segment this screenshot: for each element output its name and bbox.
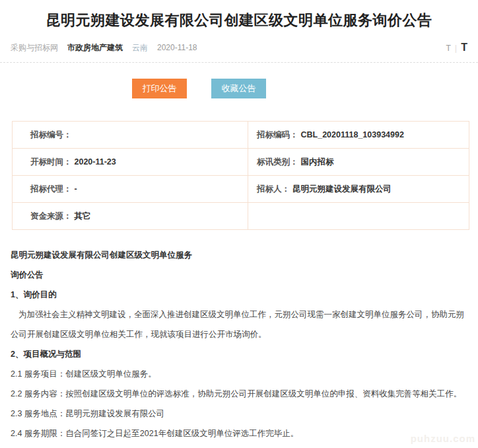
toolbar: 打印公告 收藏公告 bbox=[0, 79, 478, 98]
item-2-1: 2.1 服务项目：创建区级文明单位服务。 bbox=[11, 364, 467, 384]
cell-label: 招标编号： bbox=[30, 130, 72, 139]
cell-value: - bbox=[75, 184, 77, 194]
meta-source-link[interactable]: 采购与招标网 bbox=[11, 42, 58, 54]
cell-empty bbox=[248, 203, 469, 230]
cell-bidder: 招标人：昆明元朔建设发展有限公司 bbox=[248, 176, 469, 203]
font-controls-divider: | bbox=[455, 43, 457, 53]
section-1-paragraph: 为加强社会主义精神文明建设，全面深入推进创建区级文明单位工作，元朔公司现需一家创… bbox=[11, 305, 467, 344]
cell-value: 昆明元朔建设发展有限公司 bbox=[292, 184, 392, 194]
section-heading-1: 1、询价目的 bbox=[11, 285, 467, 305]
print-announcement-button[interactable]: 打印公告 bbox=[132, 79, 187, 98]
favorite-announcement-button[interactable]: 收藏公告 bbox=[211, 79, 266, 98]
cell-label: 标讯类别： bbox=[257, 157, 298, 167]
font-size-decrease-button[interactable]: T bbox=[446, 44, 450, 53]
cell-label: 资金来源： bbox=[30, 211, 72, 221]
cell-label: 招标人： bbox=[257, 184, 290, 194]
table-row: 开标时间：2020-11-23 标讯类别：国内招标 bbox=[13, 149, 469, 176]
meta-category: 市政房地产建筑 bbox=[67, 42, 123, 54]
table-row: 招标编号： 招标编码：CBL_20201118_103934992 bbox=[13, 122, 469, 149]
cell-label: 招标代理： bbox=[30, 184, 72, 194]
cell-bid-agent: 招标代理：- bbox=[13, 176, 248, 203]
cell-value: 2020-11-23 bbox=[75, 157, 116, 167]
section-heading-2: 2、项目概况与范围 bbox=[11, 344, 467, 364]
item-2-3: 2.3 服务地点：昆明元朔建设发展有限公司 bbox=[11, 404, 467, 424]
font-size-increase-button[interactable]: T bbox=[461, 42, 467, 54]
cell-label: 招标编码： bbox=[257, 130, 298, 139]
meta-date: 2020-11-18 bbox=[157, 43, 197, 52]
table-row: 招标代理：- 招标人：昆明元朔建设发展有限公司 bbox=[13, 176, 469, 203]
article-subtitle2: 询价公告 bbox=[11, 265, 467, 285]
announcement-header: 昆明元朔建设发展有限公司创建区级文明单位服务询价公告 采购与招标网 市政房地产建… bbox=[0, 0, 478, 63]
cell-fund-source: 资金来源：其它 bbox=[13, 203, 248, 230]
cell-bid-code: 招标编码：CBL_20201118_103934992 bbox=[248, 122, 469, 149]
meta-region: 云南 bbox=[132, 42, 148, 54]
bid-info-table: 招标编号： 招标编码：CBL_20201118_103934992 开标时间：2… bbox=[12, 121, 469, 230]
announcement-body: 昆明元朔建设发展有限公司创建区级文明单位服务 询价公告 1、询价目的 为加强社会… bbox=[11, 245, 467, 443]
cell-bid-type: 标讯类别：国内招标 bbox=[248, 149, 469, 176]
article-subtitle: 昆明元朔建设发展有限公司创建区级文明单位服务 bbox=[11, 245, 467, 265]
font-size-controls: T | T bbox=[446, 42, 467, 54]
item-2-2: 2.2 服务内容：按照创建区级文明单位的评选标准，协助元朔公司开展创建区级文明单… bbox=[11, 384, 467, 404]
cell-open-date: 开标时间：2020-11-23 bbox=[13, 149, 248, 176]
cell-value: CBL_20201118_103934992 bbox=[301, 130, 404, 139]
header-separator bbox=[0, 62, 478, 63]
cell-label: 开标时间： bbox=[30, 157, 72, 167]
table-row: 资金来源：其它 bbox=[13, 203, 469, 230]
page-title: 昆明元朔建设发展有限公司创建区级文明单位服务询价公告 bbox=[0, 11, 478, 30]
cell-value: 其它 bbox=[75, 211, 91, 221]
cell-value: 国内招标 bbox=[301, 157, 334, 167]
item-2-4: 2.4 服务期限：自合同签订之日起至2021年创建区级文明单位评选工作完毕止。 bbox=[11, 424, 467, 443]
cell-bid-number: 招标编号： bbox=[13, 122, 248, 149]
meta-row: 采购与招标网 市政房地产建筑 云南 2020-11-18 T | T bbox=[0, 42, 478, 54]
